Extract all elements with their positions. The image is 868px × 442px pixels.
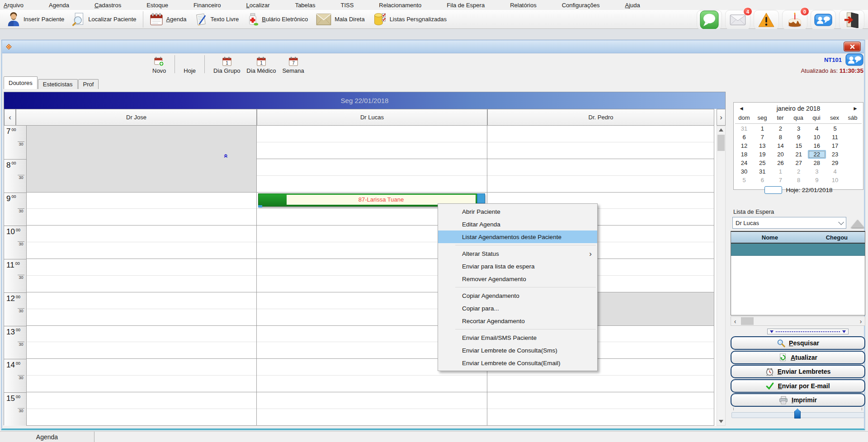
imprimir-button[interactable]: Imprimir bbox=[731, 393, 865, 407]
calendar-day[interactable]: 18 bbox=[735, 150, 753, 159]
calendar-day[interactable]: 7 bbox=[771, 176, 789, 184]
calendar-day[interactable]: 3 bbox=[808, 167, 826, 176]
calendar-day[interactable]: 11 bbox=[826, 133, 844, 141]
prev-column-button[interactable]: ‹ bbox=[4, 109, 16, 126]
menu-arquivo[interactable]: Arquivo bbox=[0, 0, 36, 10]
calendar-day[interactable]: 31 bbox=[753, 167, 771, 176]
toolbar-localizar-paciente[interactable]: Localizar Paciente bbox=[68, 12, 140, 27]
ctx-listar-agendamentos-deste-paciente[interactable]: Listar Agendamentos deste Paciente bbox=[438, 230, 597, 243]
toolbar-texto-livre[interactable]: Texto Livre bbox=[190, 12, 243, 27]
menu-relacionamento[interactable]: Relacionamento bbox=[366, 0, 434, 10]
time-slot[interactable] bbox=[27, 376, 256, 392]
calendar-day[interactable]: 14 bbox=[771, 141, 789, 150]
ctx-enviar-email-sms-paciente[interactable]: Enviar Email/SMS Paciente bbox=[438, 331, 597, 344]
time-slot[interactable] bbox=[257, 392, 487, 409]
menu-cadastros[interactable]: Cadastros bbox=[82, 0, 134, 10]
calendar-day[interactable]: 4 bbox=[808, 124, 826, 133]
calendar-day[interactable]: 20 bbox=[771, 150, 789, 159]
calendar-day[interactable]: 10 bbox=[826, 176, 844, 184]
close-button[interactable] bbox=[844, 42, 861, 52]
ctx-enviar-para-lista-de-espera[interactable]: Enviar para lista de espera bbox=[438, 260, 597, 273]
splitter-handle[interactable] bbox=[767, 329, 849, 334]
calendar-day[interactable]: 5 bbox=[826, 124, 844, 133]
time-slot[interactable] bbox=[487, 392, 714, 409]
time-slot[interactable] bbox=[257, 176, 487, 193]
waiting-list-table[interactable]: Nome Chegou bbox=[731, 231, 865, 315]
collapse-chevrons-icon[interactable]: « bbox=[222, 154, 230, 158]
time-slot[interactable] bbox=[27, 359, 256, 376]
calendar-day[interactable]: 30 bbox=[735, 167, 753, 176]
menu-fila-de-espera[interactable]: Fila de Espera bbox=[434, 0, 497, 10]
calendar-day[interactable]: 1 bbox=[753, 124, 771, 133]
doctor-select[interactable]: Dr Lucas bbox=[732, 217, 846, 229]
menu-agenda[interactable]: Agenda bbox=[36, 0, 82, 10]
toolbar-listas-personalizadas[interactable]: Listas Personalizadas bbox=[369, 12, 451, 27]
calendar-day[interactable]: 4 bbox=[826, 167, 844, 176]
toolbar-bulario-eletronico[interactable]: Bulário Eletrônico bbox=[243, 12, 312, 27]
calendar-day[interactable]: 7 bbox=[753, 133, 771, 141]
menu-tiss[interactable]: TISS bbox=[328, 0, 366, 10]
tab-esteticistas[interactable]: Esteticistas bbox=[38, 79, 78, 89]
time-slot[interactable] bbox=[27, 409, 256, 426]
calendar-day[interactable]: 2 bbox=[771, 124, 789, 133]
ctx-copiar-para[interactable]: Copiar para... bbox=[438, 302, 597, 315]
time-slot[interactable] bbox=[487, 376, 714, 392]
ctx-remover-agendamento[interactable]: Remover Agendamento bbox=[438, 273, 597, 285]
ctx-alterar-status[interactable]: Alterar Status› bbox=[438, 247, 597, 260]
calendar-day[interactable]: 28 bbox=[808, 159, 826, 167]
agenda-tool-semana[interactable]: 7Semana bbox=[279, 56, 307, 74]
statusbar-tab-agenda[interactable]: Agenda bbox=[0, 432, 94, 442]
calendar-day[interactable]: 9 bbox=[808, 176, 826, 184]
time-slot[interactable] bbox=[487, 159, 714, 176]
ctx-enviar-lembrete-de-consulta-sms[interactable]: Enviar Lembrete de Consulta(Sms) bbox=[438, 344, 597, 357]
calendar-day[interactable]: 15 bbox=[790, 141, 808, 150]
menu-tabelas[interactable]: Tabelas bbox=[283, 0, 328, 10]
menu-localizar[interactable]: Localizar bbox=[234, 0, 283, 10]
agenda-tool-hoje[interactable]: Hoje bbox=[180, 56, 199, 74]
menu-financeiro[interactable]: Financeiro bbox=[181, 0, 234, 10]
ctx-recortar-agendamento[interactable]: Recortar Agendamento bbox=[438, 315, 597, 327]
menu-configuracoes[interactable]: Configurações bbox=[549, 0, 613, 10]
status-mail-button[interactable]: 4 bbox=[725, 10, 750, 30]
ctx-enviar-lembrete-de-consulta-email[interactable]: Enviar Lembrete de Consulta(Email) bbox=[438, 357, 597, 369]
calendar-day[interactable]: 8 bbox=[790, 176, 808, 184]
calendar-day[interactable]: 24 bbox=[735, 159, 753, 167]
calendar-day[interactable]: 9 bbox=[790, 133, 808, 141]
scrollbar-thumb[interactable] bbox=[717, 135, 725, 151]
time-slot[interactable] bbox=[487, 409, 714, 426]
calendar-next-icon[interactable]: ► bbox=[848, 105, 863, 112]
time-slot[interactable] bbox=[27, 193, 256, 209]
time-slot[interactable] bbox=[487, 142, 714, 159]
calendar-day[interactable]: 25 bbox=[753, 159, 771, 167]
appointment-resize-handle-left[interactable] bbox=[258, 205, 262, 207]
time-slot[interactable] bbox=[27, 309, 256, 326]
calendar-day[interactable]: 6 bbox=[735, 133, 753, 141]
scroll-up-icon[interactable] bbox=[717, 126, 725, 134]
window-titlebar[interactable] bbox=[2, 40, 864, 53]
calendar-day[interactable]: 13 bbox=[753, 141, 771, 150]
next-column-button[interactable]: › bbox=[717, 109, 726, 126]
time-slot[interactable] bbox=[487, 176, 714, 193]
horizontal-scrollbar[interactable]: ‹ › bbox=[731, 316, 865, 326]
calendar-day[interactable]: 27 bbox=[790, 159, 808, 167]
calendar-day[interactable]: 8 bbox=[771, 133, 789, 141]
agenda-tool-novo[interactable]: Novo bbox=[149, 56, 169, 74]
menu-ajuda[interactable]: Ajuda bbox=[612, 0, 652, 10]
calendar-day[interactable]: 2 bbox=[790, 167, 808, 176]
time-slot[interactable] bbox=[257, 376, 487, 392]
toolbar-inserir-paciente[interactable]: Inserir Paciente bbox=[3, 11, 68, 28]
calendar-day[interactable]: 6 bbox=[753, 176, 771, 184]
agenda-tool-dia-medico[interactable]: 1Dia Médico bbox=[243, 56, 279, 74]
status-birthday-button[interactable]: 0 bbox=[782, 10, 807, 30]
chat-blue-icon[interactable] bbox=[845, 53, 863, 66]
time-slot[interactable] bbox=[257, 126, 487, 142]
scroll-down-icon[interactable] bbox=[717, 418, 725, 425]
calendar-day[interactable]: 3 bbox=[790, 124, 808, 133]
time-slot[interactable] bbox=[27, 392, 256, 409]
calendar-day[interactable]: 5 bbox=[735, 176, 753, 184]
time-slot[interactable] bbox=[257, 142, 487, 159]
time-slot[interactable] bbox=[27, 259, 256, 276]
calendar-day[interactable]: 10 bbox=[808, 133, 826, 141]
calendar-day[interactable]: 21 bbox=[790, 150, 808, 159]
calendar-day[interactable]: 29 bbox=[826, 159, 844, 167]
